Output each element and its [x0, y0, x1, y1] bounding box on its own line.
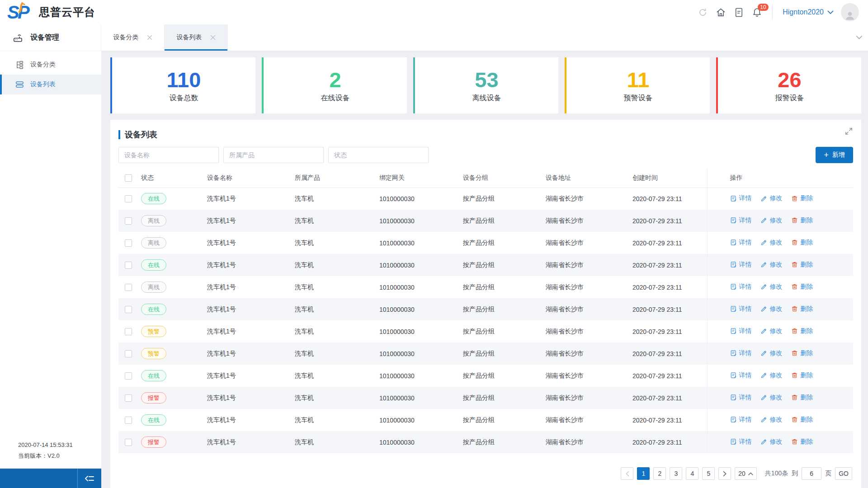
detail-link[interactable]: 详情 [730, 239, 752, 247]
device-manage-icon [13, 33, 23, 43]
delete-link[interactable]: 删除 [791, 438, 813, 446]
status-filter-input[interactable] [328, 147, 429, 163]
edit-link[interactable]: 修改 [760, 216, 782, 225]
home-icon[interactable] [712, 7, 730, 18]
delete-link[interactable]: 删除 [791, 394, 813, 402]
detail-link[interactable]: 详情 [730, 438, 752, 446]
row-checkbox[interactable] [125, 217, 132, 225]
detail-link[interactable]: 详情 [730, 416, 752, 424]
product-cell: 洗车机 [295, 365, 379, 387]
prev-page-button[interactable] [621, 467, 633, 480]
avatar[interactable] [841, 3, 859, 21]
edit-link[interactable]: 修改 [760, 349, 782, 357]
detail-link[interactable]: 详情 [730, 394, 752, 402]
edit-link[interactable]: 修改 [760, 394, 782, 402]
refresh-icon[interactable] [693, 8, 712, 17]
tab-device-category[interactable]: 设备分类 [101, 24, 165, 51]
delete-link[interactable]: 删除 [791, 416, 813, 424]
sidebar-item-device-category[interactable]: 设备分类 [0, 55, 101, 75]
tabbar-chevron-down-icon[interactable] [856, 24, 863, 51]
detail-link[interactable]: 详情 [730, 327, 752, 335]
gateway-cell: 1010000030 [379, 409, 463, 431]
row-checkbox[interactable] [125, 439, 132, 446]
detail-link[interactable]: 详情 [730, 194, 752, 202]
delete-link[interactable]: 删除 [791, 327, 813, 335]
close-icon[interactable] [147, 35, 152, 40]
tab-label: 设备列表 [177, 33, 202, 42]
goto-suffix-label: 页 [825, 469, 831, 478]
next-page-button[interactable] [718, 467, 731, 480]
page-button[interactable]: 2 [653, 467, 666, 480]
detail-link[interactable]: 详情 [730, 349, 752, 357]
edit-link[interactable]: 修改 [760, 261, 782, 269]
group-cell: 按产品分组 [463, 254, 546, 276]
row-checkbox[interactable] [125, 262, 132, 269]
delete-link[interactable]: 删除 [791, 216, 813, 225]
row-checkbox[interactable] [125, 306, 132, 313]
sidebar-item-label: 设备列表 [30, 80, 56, 89]
delete-link[interactable]: 删除 [791, 349, 813, 357]
row-checkbox[interactable] [125, 417, 132, 424]
edit-link[interactable]: 修改 [760, 327, 782, 335]
edit-link[interactable]: 修改 [760, 283, 782, 291]
page-button[interactable]: 4 [686, 467, 698, 480]
detail-link[interactable]: 详情 [730, 261, 752, 269]
row-checkbox[interactable] [125, 394, 132, 402]
document-icon[interactable] [730, 7, 748, 18]
tab-device-list[interactable]: 设备列表 [165, 24, 228, 51]
sidebar-item-device-list[interactable]: 设备列表 [0, 75, 101, 94]
edit-link[interactable]: 修改 [760, 371, 782, 380]
device-name-cell: 洗车机1号 [207, 387, 295, 409]
status-badge: 在线 [141, 414, 166, 426]
user-menu[interactable]: Hignton2020 [783, 8, 834, 16]
notification-bell-icon[interactable]: 10 [748, 7, 766, 18]
delete-link[interactable]: 删除 [791, 283, 813, 291]
detail-link[interactable]: 详情 [730, 216, 752, 225]
created-cell: 2020-07-29 23:11 [632, 365, 707, 387]
product-cell: 洗车机 [295, 254, 379, 276]
device-name-filter-input[interactable] [118, 147, 219, 163]
expand-icon[interactable] [844, 127, 853, 137]
total-count-label: 共100条 [765, 469, 788, 478]
page-button[interactable]: 5 [702, 467, 715, 480]
detail-link[interactable]: 详情 [730, 371, 752, 380]
go-button[interactable]: GO [835, 467, 852, 480]
row-checkbox[interactable] [125, 284, 132, 291]
collapse-sidebar-button[interactable] [78, 469, 101, 488]
tab-label: 设备分类 [113, 33, 139, 42]
row-checkbox[interactable] [125, 239, 132, 247]
edit-link[interactable]: 修改 [760, 416, 782, 424]
edit-link[interactable]: 修改 [760, 438, 782, 446]
close-icon[interactable] [210, 35, 216, 40]
delete-link[interactable]: 删除 [791, 194, 813, 202]
row-checkbox[interactable] [125, 350, 132, 357]
created-cell: 2020-07-29 23:11 [632, 343, 707, 365]
goto-page-input[interactable] [802, 467, 821, 480]
stats-row: 110 设备总数 2 在线设备 53 离线设备 11 预警设备 26 报警设备 [110, 57, 861, 113]
delete-link[interactable]: 删除 [791, 305, 813, 313]
trash-icon [791, 283, 798, 290]
page-button[interactable]: 3 [670, 467, 682, 480]
delete-link[interactable]: 删除 [791, 371, 813, 380]
product-cell: 洗车机 [295, 320, 379, 343]
detail-link[interactable]: 详情 [730, 283, 752, 291]
edit-link[interactable]: 修改 [760, 305, 782, 313]
column-header-gateway: 绑定网关 [379, 169, 463, 188]
product-filter-input[interactable] [223, 147, 324, 163]
add-device-button[interactable]: + 新增 [816, 147, 853, 163]
page-size-select[interactable]: 20 [735, 467, 757, 480]
status-badge: 预警 [141, 348, 166, 359]
row-checkbox[interactable] [125, 328, 132, 335]
delete-link[interactable]: 删除 [791, 261, 813, 269]
select-all-checkbox[interactable] [125, 174, 132, 182]
edit-link[interactable]: 修改 [760, 194, 782, 202]
row-checkbox[interactable] [125, 372, 132, 380]
delete-link[interactable]: 删除 [791, 239, 813, 247]
page-button[interactable]: 1 [637, 467, 650, 480]
row-checkbox[interactable] [125, 195, 132, 202]
stat-value: 26 [778, 68, 801, 92]
edit-link[interactable]: 修改 [760, 239, 782, 247]
stat-label: 预警设备 [624, 94, 653, 103]
detail-icon [730, 283, 737, 290]
detail-link[interactable]: 详情 [730, 305, 752, 313]
